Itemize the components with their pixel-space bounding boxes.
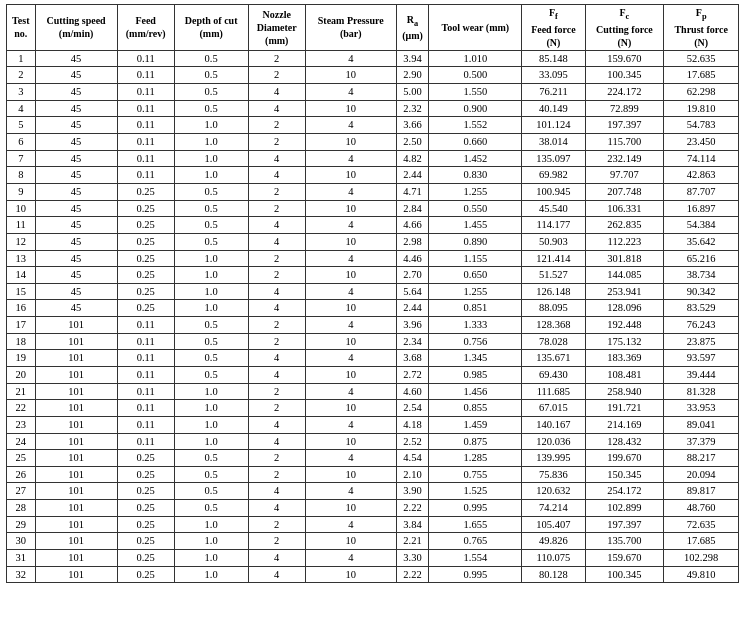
cell-tool_wear: 1.459 <box>429 416 522 433</box>
cell-fc: 159.670 <box>585 550 664 567</box>
table-row: 11450.250.5444.661.455114.177262.83554.3… <box>7 217 739 234</box>
cell-test_no: 10 <box>7 200 36 217</box>
col-header-nozzle-diameter: NozzleDiameter(mm) <box>248 5 305 51</box>
cell-test_no: 29 <box>7 516 36 533</box>
cell-fc: 224.172 <box>585 84 664 101</box>
cell-cutting_speed: 101 <box>35 500 117 517</box>
cell-depth_of_cut: 1.0 <box>174 400 248 417</box>
cell-fc: 262.835 <box>585 217 664 234</box>
col-header-ra: Ra(μm) <box>396 5 429 51</box>
cell-tool_wear: 1.333 <box>429 317 522 334</box>
cell-depth_of_cut: 1.0 <box>174 134 248 151</box>
cell-ff: 100.945 <box>522 183 585 200</box>
cell-cutting_speed: 101 <box>35 516 117 533</box>
cell-cutting_speed: 45 <box>35 300 117 317</box>
cell-cutting_speed: 101 <box>35 400 117 417</box>
table-row: 221010.111.02102.540.85567.015191.72133.… <box>7 400 739 417</box>
cell-ff: 85.148 <box>522 50 585 67</box>
cell-fc: 301.818 <box>585 250 664 267</box>
col-header-tool-wear: Tool wear (mm) <box>429 5 522 51</box>
cell-fp: 93.597 <box>664 350 739 367</box>
cell-tool_wear: 0.855 <box>429 400 522 417</box>
cell-cutting_speed: 101 <box>35 350 117 367</box>
cell-fp: 89.041 <box>664 416 739 433</box>
cell-fc: 191.721 <box>585 400 664 417</box>
cell-test_no: 32 <box>7 566 36 583</box>
cell-feed: 0.25 <box>117 217 174 234</box>
cell-ra: 4.82 <box>396 150 429 167</box>
cell-test_no: 12 <box>7 233 36 250</box>
cell-feed: 0.25 <box>117 483 174 500</box>
cell-test_no: 19 <box>7 350 36 367</box>
cell-fc: 197.397 <box>585 117 664 134</box>
cell-tool_wear: 0.830 <box>429 167 522 184</box>
cell-ff: 139.995 <box>522 450 585 467</box>
cell-nozzle_diameter: 2 <box>248 250 305 267</box>
cell-fp: 52.635 <box>664 50 739 67</box>
cell-test_no: 30 <box>7 533 36 550</box>
cell-nozzle_diameter: 4 <box>248 233 305 250</box>
cell-nozzle_diameter: 2 <box>248 134 305 151</box>
cell-tool_wear: 0.660 <box>429 134 522 151</box>
cell-fp: 89.817 <box>664 483 739 500</box>
cell-steam_pressure: 4 <box>305 283 396 300</box>
cell-tool_wear: 1.452 <box>429 150 522 167</box>
cell-ff: 75.836 <box>522 466 585 483</box>
cell-fc: 106.331 <box>585 200 664 217</box>
cell-steam_pressure: 4 <box>305 383 396 400</box>
cell-depth_of_cut: 1.0 <box>174 250 248 267</box>
cell-ra: 2.10 <box>396 466 429 483</box>
cell-depth_of_cut: 1.0 <box>174 566 248 583</box>
cell-tool_wear: 0.765 <box>429 533 522 550</box>
cell-ra: 2.72 <box>396 366 429 383</box>
cell-fp: 88.217 <box>664 450 739 467</box>
cell-fp: 37.379 <box>664 433 739 450</box>
table-row: 8450.111.04102.440.83069.98297.70742.863 <box>7 167 739 184</box>
cell-ff: 135.671 <box>522 350 585 367</box>
cell-depth_of_cut: 0.5 <box>174 217 248 234</box>
cell-steam_pressure: 10 <box>305 167 396 184</box>
cell-steam_pressure: 10 <box>305 333 396 350</box>
cell-depth_of_cut: 1.0 <box>174 267 248 284</box>
cell-ra: 2.22 <box>396 566 429 583</box>
cell-steam_pressure: 4 <box>305 84 396 101</box>
cell-cutting_speed: 45 <box>35 67 117 84</box>
cell-depth_of_cut: 0.5 <box>174 333 248 350</box>
cell-depth_of_cut: 0.5 <box>174 100 248 117</box>
cell-depth_of_cut: 0.5 <box>174 233 248 250</box>
cell-nozzle_diameter: 4 <box>248 167 305 184</box>
cell-steam_pressure: 10 <box>305 500 396 517</box>
cell-test_no: 5 <box>7 117 36 134</box>
cell-feed: 0.25 <box>117 516 174 533</box>
cell-fc: 214.169 <box>585 416 664 433</box>
cell-nozzle_diameter: 4 <box>248 500 305 517</box>
cell-depth_of_cut: 1.0 <box>174 550 248 567</box>
cell-depth_of_cut: 0.5 <box>174 67 248 84</box>
cell-steam_pressure: 10 <box>305 134 396 151</box>
cell-steam_pressure: 4 <box>305 416 396 433</box>
cell-nozzle_diameter: 2 <box>248 267 305 284</box>
table-row: 16450.251.04102.440.85188.095128.09683.5… <box>7 300 739 317</box>
cell-feed: 0.11 <box>117 433 174 450</box>
cell-cutting_speed: 45 <box>35 50 117 67</box>
cell-cutting_speed: 45 <box>35 233 117 250</box>
cell-tool_wear: 1.010 <box>429 50 522 67</box>
col-header-test-no: Testno. <box>7 5 36 51</box>
cell-tool_wear: 0.550 <box>429 200 522 217</box>
cell-test_no: 27 <box>7 483 36 500</box>
cell-ff: 74.214 <box>522 500 585 517</box>
cell-test_no: 15 <box>7 283 36 300</box>
cell-ff: 120.036 <box>522 433 585 450</box>
cell-nozzle_diameter: 2 <box>248 200 305 217</box>
cell-fp: 48.760 <box>664 500 739 517</box>
table-row: 201010.110.54102.720.98569.430108.48139.… <box>7 366 739 383</box>
cell-fp: 72.635 <box>664 516 739 533</box>
cell-tool_wear: 0.890 <box>429 233 522 250</box>
table-row: 311010.251.0443.301.554110.075159.670102… <box>7 550 739 567</box>
cell-cutting_speed: 101 <box>35 566 117 583</box>
cell-ra: 2.22 <box>396 500 429 517</box>
cell-fp: 49.810 <box>664 566 739 583</box>
cell-nozzle_diameter: 2 <box>248 333 305 350</box>
cell-ff: 40.149 <box>522 100 585 117</box>
cell-cutting_speed: 45 <box>35 117 117 134</box>
